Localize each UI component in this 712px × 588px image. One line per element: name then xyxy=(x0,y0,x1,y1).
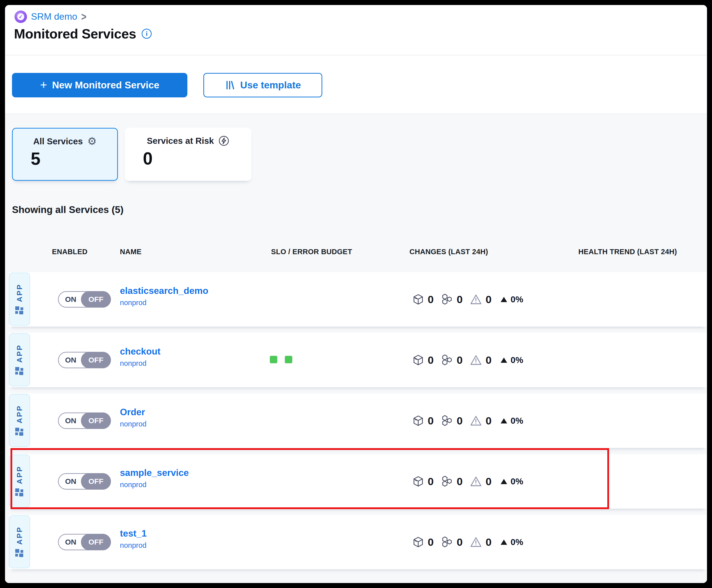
deploy-cube-icon xyxy=(412,476,424,487)
alert-count: 0 xyxy=(486,415,492,427)
service-name-link[interactable]: elasticsearch_demo xyxy=(120,286,208,296)
app-badge: APP xyxy=(9,515,30,568)
toggle-on-label: ON xyxy=(59,534,83,549)
changes-summary: 0 0 0 0% xyxy=(412,394,523,448)
service-name-link[interactable]: test_1 xyxy=(120,528,147,539)
trend-percent: 0% xyxy=(511,537,523,547)
trend-percent: 0% xyxy=(511,476,523,486)
hexagon-cluster-icon xyxy=(441,475,453,488)
toggle-off-label: OFF xyxy=(81,534,111,550)
deploy-count: 0 xyxy=(428,415,434,427)
changes-summary: 0 0 0 0% xyxy=(412,333,523,387)
service-env-label: nonprod xyxy=(120,481,189,489)
toggle-on-label: ON xyxy=(59,474,83,489)
deploy-count: 0 xyxy=(428,354,434,366)
alert-count: 0 xyxy=(486,476,492,488)
deploy-cube-icon xyxy=(412,415,424,427)
app-grid-icon xyxy=(15,367,24,375)
service-name-link[interactable]: sample_service xyxy=(120,468,189,478)
table-row[interactable]: APP ON OFF checkout nonprod 0 xyxy=(9,333,707,387)
deploy-cube-icon xyxy=(412,536,424,548)
app-badge-label: APP xyxy=(15,344,24,363)
trend-percent: 0% xyxy=(511,416,523,426)
trend-up-icon xyxy=(501,418,507,423)
app-badge-label: APP xyxy=(15,284,24,302)
app-badge: APP xyxy=(9,455,30,508)
service-change-count: 0 xyxy=(457,415,463,427)
hexagon-cluster-icon xyxy=(441,293,453,306)
hexagon-cluster-icon xyxy=(441,415,453,427)
trend-up-icon xyxy=(501,479,507,484)
enabled-toggle[interactable]: ON OFF xyxy=(58,413,111,429)
deploy-count: 0 xyxy=(428,536,434,548)
toggle-off-label: OFF xyxy=(81,473,111,490)
toggle-off-label: OFF xyxy=(81,291,111,308)
service-rows: APP ON OFF elasticsearch_demo nonprod 0 xyxy=(5,5,707,583)
service-env-label: nonprod xyxy=(120,359,160,368)
trend-percent: 0% xyxy=(511,294,523,304)
trend-up-icon xyxy=(501,358,507,363)
service-env-label: nonprod xyxy=(120,420,146,428)
slo-square xyxy=(270,356,277,363)
service-name-link[interactable]: checkout xyxy=(120,346,160,357)
changes-summary: 0 0 0 0% xyxy=(412,515,523,569)
warning-triangle-icon xyxy=(470,475,482,488)
enabled-toggle[interactable]: ON OFF xyxy=(58,352,111,368)
app-grid-icon xyxy=(15,488,24,497)
service-change-count: 0 xyxy=(457,536,463,548)
app-badge: APP xyxy=(9,394,30,447)
service-change-count: 0 xyxy=(457,293,463,306)
slo-error-budget xyxy=(270,356,292,363)
app-badge-label: APP xyxy=(15,405,24,423)
table-row[interactable]: APP ON OFF Order nonprod 0 xyxy=(9,394,707,448)
trend-up-icon xyxy=(501,297,507,302)
enabled-toggle[interactable]: ON OFF xyxy=(58,291,111,308)
toggle-off-label: OFF xyxy=(81,413,111,429)
enabled-toggle[interactable]: ON OFF xyxy=(58,534,111,550)
warning-triangle-icon xyxy=(470,354,482,366)
trend-percent: 0% xyxy=(511,355,523,365)
deploy-count: 0 xyxy=(428,476,434,488)
toggle-on-label: ON xyxy=(59,353,83,368)
changes-summary: 0 0 0 0% xyxy=(412,272,523,327)
slo-square xyxy=(285,356,292,363)
changes-summary: 0 0 0 0% xyxy=(412,454,523,509)
warning-triangle-icon xyxy=(470,415,482,427)
app-grid-icon xyxy=(15,549,24,557)
trend-up-icon xyxy=(501,540,507,545)
deploy-cube-icon xyxy=(412,293,424,306)
service-env-label: nonprod xyxy=(120,541,147,549)
app-grid-icon xyxy=(15,306,24,315)
app-grid-icon xyxy=(15,428,24,436)
toggle-on-label: ON xyxy=(59,292,83,307)
app-badge: APP xyxy=(9,333,30,386)
toggle-on-label: ON xyxy=(59,413,83,428)
table-row[interactable]: APP ON OFF test_1 nonprod 0 xyxy=(9,515,707,569)
toggle-off-label: OFF xyxy=(81,352,111,368)
service-env-label: nonprod xyxy=(120,299,208,307)
warning-triangle-icon xyxy=(470,293,482,306)
alert-count: 0 xyxy=(486,536,492,548)
app-badge-label: APP xyxy=(15,466,24,484)
app-window: ✓ SRM demo > Monitored Services i + New … xyxy=(5,5,707,583)
alert-count: 0 xyxy=(486,293,492,306)
table-row[interactable]: APP ON OFF sample_service nonprod 0 xyxy=(9,454,707,509)
app-badge: APP xyxy=(9,273,30,326)
warning-triangle-icon xyxy=(470,536,482,548)
deploy-cube-icon xyxy=(412,354,424,366)
enabled-toggle[interactable]: ON OFF xyxy=(58,473,111,490)
deploy-count: 0 xyxy=(428,293,434,306)
table-row[interactable]: APP ON OFF elasticsearch_demo nonprod 0 xyxy=(9,272,707,327)
service-change-count: 0 xyxy=(457,476,463,488)
hexagon-cluster-icon xyxy=(441,354,453,366)
app-badge-label: APP xyxy=(15,526,24,545)
service-name-link[interactable]: Order xyxy=(120,407,146,418)
alert-count: 0 xyxy=(486,354,492,366)
hexagon-cluster-icon xyxy=(441,536,453,548)
service-change-count: 0 xyxy=(457,354,463,366)
